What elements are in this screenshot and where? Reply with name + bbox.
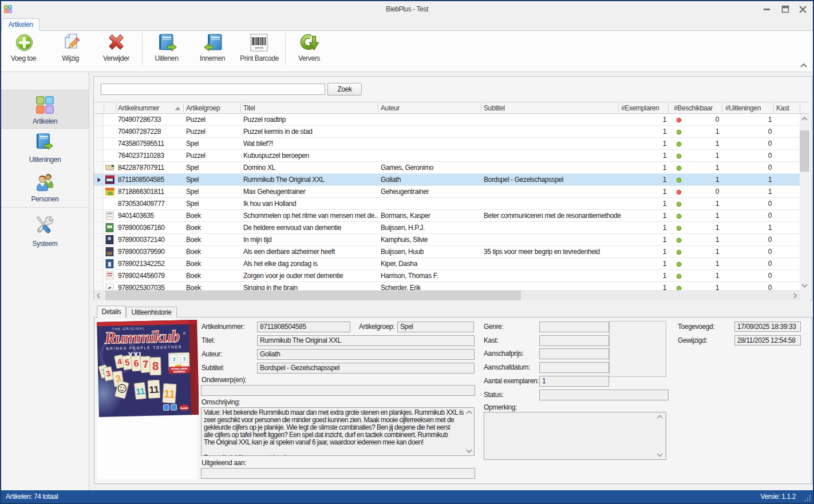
- svg-text:11: 11: [149, 384, 159, 395]
- svg-text:NUMBERS: NUMBERS: [173, 370, 185, 373]
- svg-text:6009 381: 6009 381: [255, 46, 264, 49]
- svg-text:7: 7: [143, 359, 149, 371]
- svg-text:8: 8: [152, 360, 159, 372]
- svg-text:3: 3: [183, 356, 185, 362]
- svg-text:Rummikub: Rummikub: [104, 327, 180, 347]
- svg-text:Goliath: Goliath: [180, 407, 188, 410]
- svg-text:Rummikub: Rummikub: [193, 369, 199, 391]
- svg-text:11: 11: [164, 388, 176, 400]
- svg-text:3: 3: [172, 356, 175, 362]
- svg-text:11: 11: [136, 386, 145, 397]
